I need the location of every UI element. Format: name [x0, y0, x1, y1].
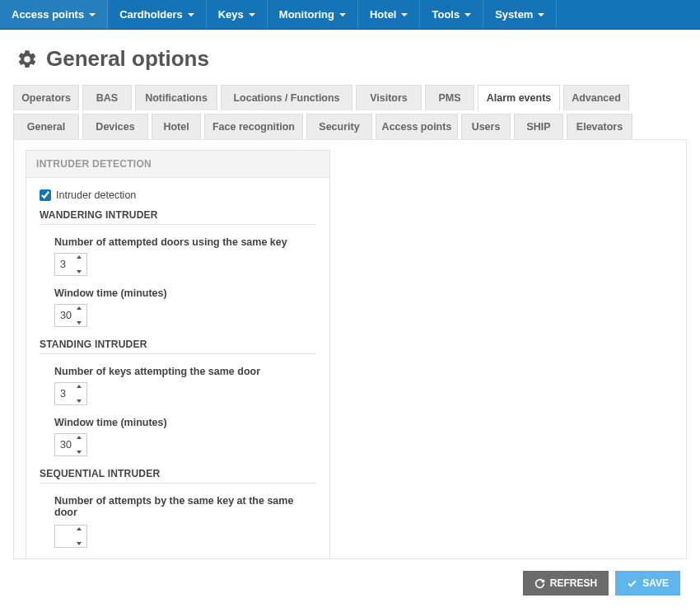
menubar-item-keys[interactable]: Keys — [207, 0, 268, 29]
sequential-intruder-heading: SEQUENTIAL INTRUDER — [40, 468, 316, 479]
wandering-doors-label: Number of attempted doors using the same… — [54, 236, 316, 248]
footer-actions: REFRESH SAVE — [13, 559, 687, 604]
menubar-label: Monitoring — [279, 8, 334, 21]
refresh-icon — [534, 578, 545, 589]
chevron-down-icon — [89, 13, 96, 16]
save-button-label: SAVE — [642, 577, 669, 589]
wandering-window-label: Window time (minutes) — [54, 287, 316, 299]
tab-ship[interactable]: SHIP — [514, 114, 563, 139]
tab-face-recognition[interactable]: Face recognition — [204, 114, 303, 139]
spinner-up-icon[interactable] — [77, 385, 82, 388]
standing-keys-label: Number of keys attempting the same door — [54, 366, 316, 377]
tab-notifications[interactable]: Notifications — [135, 85, 217, 110]
refresh-button-label: REFRESH — [550, 577, 597, 589]
divider — [40, 483, 316, 484]
wandering-doors-spinner[interactable] — [54, 253, 87, 276]
tab-pms[interactable]: PMS — [425, 85, 474, 110]
standing-window-input[interactable] — [55, 434, 77, 455]
main-menubar: Access points Cardholders Keys Monitorin… — [0, 0, 700, 30]
spinner-up-icon[interactable] — [77, 255, 82, 259]
wandering-doors-input[interactable] — [55, 254, 77, 275]
intruder-detection-checkbox-label: Intruder detection — [56, 189, 136, 201]
menubar-item-system[interactable]: System — [483, 0, 557, 29]
menubar-label: Keys — [218, 8, 244, 21]
spinner-down-icon[interactable] — [77, 451, 82, 454]
menubar-label: Hotel — [370, 8, 397, 21]
sequential-attempts-spinner[interactable] — [54, 525, 87, 548]
save-button[interactable]: SAVE — [615, 571, 680, 596]
standing-window-label: Window time (minutes) — [54, 417, 316, 428]
tab-users[interactable]: Users — [461, 114, 511, 139]
chevron-down-icon — [249, 13, 255, 16]
tab-general[interactable]: General — [13, 114, 79, 139]
content-scroll[interactable]: INTRUDER DETECTION Intruder detection WA… — [14, 140, 686, 558]
spinner-down-icon[interactable] — [77, 270, 82, 273]
content-area: INTRUDER DETECTION Intruder detection WA… — [13, 139, 687, 559]
panel-header: INTRUDER DETECTION — [26, 151, 329, 178]
chevron-down-icon — [188, 13, 194, 16]
menubar-item-cardholders[interactable]: Cardholders — [108, 0, 207, 29]
spinner-up-icon[interactable] — [77, 527, 82, 530]
page-title-row: General options — [16, 46, 687, 72]
tab-locations-functions[interactable]: Locations / Functions — [221, 85, 352, 110]
page-title: General options — [46, 46, 209, 72]
standing-intruder-heading: STANDING INTRUDER — [40, 339, 316, 350]
menubar-label: System — [495, 8, 533, 21]
tab-advanced[interactable]: Advanced — [563, 85, 629, 110]
divider — [40, 353, 316, 354]
tab-operators[interactable]: Operators — [13, 85, 79, 110]
chevron-down-icon — [339, 13, 346, 16]
tab-hotel[interactable]: Hotel — [152, 114, 201, 139]
menubar-label: Access points — [12, 8, 84, 21]
wandering-window-spinner[interactable] — [54, 304, 87, 327]
menubar-label: Cardholders — [119, 8, 183, 21]
sequential-attempts-label: Number of attempts by the same key at th… — [54, 495, 316, 518]
divider — [40, 224, 316, 225]
refresh-button[interactable]: REFRESH — [523, 571, 609, 596]
intruder-detection-checkbox[interactable] — [40, 189, 51, 201]
tab-devices[interactable]: Devices — [82, 114, 148, 139]
chevron-down-icon — [464, 13, 471, 16]
intruder-detection-checkbox-row[interactable]: Intruder detection — [40, 189, 316, 201]
tab-security[interactable]: Security — [306, 114, 372, 139]
tab-bas[interactable]: BAS — [82, 85, 132, 110]
tab-access-points[interactable]: Access points — [376, 114, 458, 139]
tab-alarm-events[interactable]: Alarm events — [478, 85, 560, 111]
sequential-attempts-input[interactable] — [55, 526, 77, 547]
check-icon — [627, 578, 637, 589]
standing-keys-input[interactable] — [55, 383, 77, 404]
menubar-item-hotel[interactable]: Hotel — [358, 0, 421, 29]
wandering-window-input[interactable] — [55, 305, 77, 326]
tab-visitors[interactable]: Visitors — [356, 85, 422, 110]
spinner-down-icon[interactable] — [77, 542, 82, 545]
intruder-detection-panel: INTRUDER DETECTION Intruder detection WA… — [26, 150, 330, 558]
menubar-label: Tools — [432, 8, 460, 21]
menubar-item-monitoring[interactable]: Monitoring — [268, 0, 358, 29]
menubar-item-access-points[interactable]: Access points — [0, 0, 108, 29]
gear-icon — [16, 49, 38, 70]
spinner-up-icon[interactable] — [77, 436, 82, 439]
tab-elevators[interactable]: Elevators — [567, 114, 632, 139]
spinner-up-icon[interactable] — [77, 306, 82, 310]
wandering-intruder-heading: WANDERING INTRUDER — [40, 209, 316, 221]
menubar-item-tools[interactable]: Tools — [420, 0, 483, 29]
spinner-down-icon[interactable] — [77, 321, 82, 325]
standing-window-spinner[interactable] — [54, 433, 87, 456]
tabstrip-row2: General Devices Hotel Face recognition S… — [13, 114, 687, 139]
spinner-down-icon[interactable] — [77, 399, 82, 403]
chevron-down-icon — [538, 13, 544, 16]
tabstrip-row1: Operators BAS Notifications Locations / … — [13, 85, 687, 110]
standing-keys-spinner[interactable] — [54, 382, 87, 405]
chevron-down-icon — [401, 13, 408, 16]
